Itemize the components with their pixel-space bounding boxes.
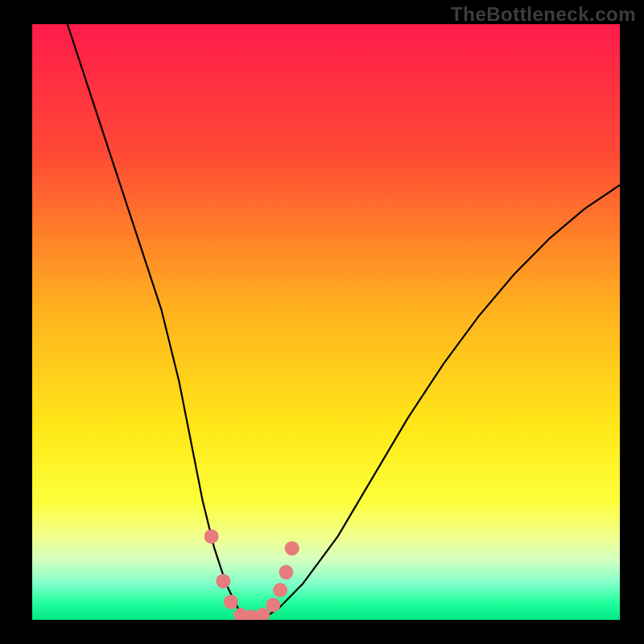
curve-marker <box>273 583 287 597</box>
curve-marker <box>279 565 293 580</box>
curve-marker <box>255 608 270 622</box>
watermark-text: TheBottleneck.com <box>451 3 636 26</box>
curve-marker <box>216 574 230 588</box>
curve-marker <box>204 529 219 543</box>
curve-marker <box>285 541 299 555</box>
curve-marker <box>266 598 280 613</box>
curve-marker <box>224 595 238 609</box>
bottleneck-chart <box>0 0 644 644</box>
chart-frame: TheBottleneck.com <box>0 0 644 644</box>
plot-background <box>32 24 620 620</box>
